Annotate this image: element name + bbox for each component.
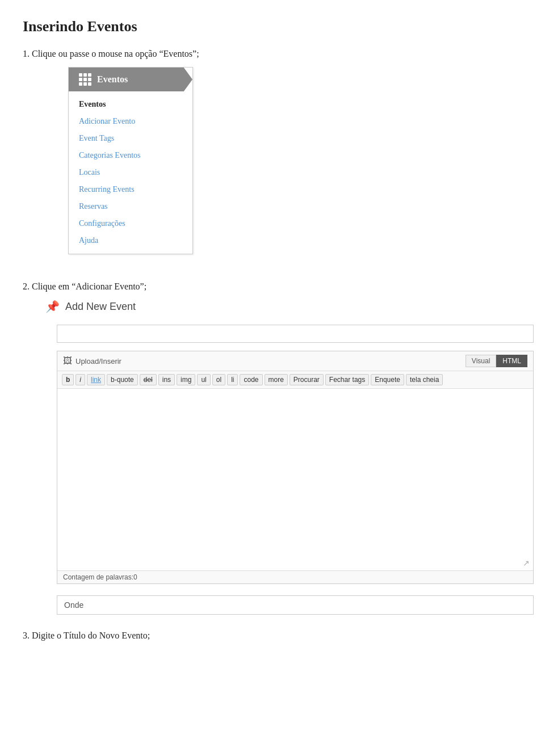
toolbar-fechar-tags[interactable]: Fechar tags [325,374,369,385]
menu-item-event-tags[interactable]: Event Tags [69,130,192,147]
toolbar-italic[interactable]: i [76,374,85,385]
menu-item-reservas[interactable]: Reservas [69,198,192,215]
menu-item-ajuda[interactable]: Ajuda [69,232,192,249]
grid-icon [79,73,91,86]
editor-toolbar-buttons: b i link b-quote del ins img ul ol li co… [57,371,533,389]
toolbar-bquote[interactable]: b-quote [107,374,138,385]
toolbar-bold[interactable]: b [62,374,74,385]
editor-footer: Contagem de palavras:0 [57,570,533,583]
toolbar-procurar[interactable]: Procurar [290,374,324,385]
menu-item-recurring-events[interactable]: Recurring Events [69,181,192,198]
add-event-label: Add New Event [65,301,136,313]
step-1-label: 1. Clique ou passe o mouse na opção “Eve… [23,49,522,59]
step-1: 1. Clique ou passe o mouse na opção “Eve… [23,49,522,266]
editor-container: 🖼 Upload/Inserir Visual HTML b i link b-… [57,351,534,584]
toolbar-ol[interactable]: ol [212,374,225,385]
toolbar-ul[interactable]: ul [197,374,210,385]
page-title: Inserindo Eventos [23,18,522,35]
toolbar-img[interactable]: img [177,374,195,385]
step-1-text: Clique ou passe o mouse na opção “Evento… [32,49,199,58]
toolbar-more[interactable]: more [265,374,288,385]
word-count: Contagem de palavras:0 [63,573,137,581]
step-2-label: 2. Clique em “Adicionar Evento”; [23,282,522,292]
menu-item-adicionar-evento[interactable]: Adicionar Evento [69,113,192,130]
tab-visual[interactable]: Visual [466,355,496,367]
resize-handle[interactable]: ↗ [523,558,530,568]
pin-icon: 📌 [45,300,60,313]
upload-inserir[interactable]: 🖼 Upload/Inserir [63,356,121,366]
step-3-label: 3. Digite o Título do Novo Evento; [23,631,522,641]
visual-html-tabs: Visual HTML [466,355,527,367]
menu-item-locais[interactable]: Locais [69,164,192,181]
menu-header[interactable]: Eventos [69,68,192,91]
event-title-input[interactable] [57,325,534,343]
step-3-text: Digite o Título do Novo Evento; [32,631,150,640]
menu-header-label: Eventos [97,74,128,85]
toolbar-tela-cheia[interactable]: tela cheia [406,374,443,385]
toolbar-del[interactable]: del [140,374,157,385]
menu-item-categorias-eventos[interactable]: Categorias Eventos [69,147,192,164]
onde-label: Onde [64,600,83,610]
upload-icon: 🖼 [63,356,72,366]
toolbar-ins[interactable]: ins [158,374,175,385]
toolbar-li[interactable]: li [227,374,238,385]
toolbar-link[interactable]: link [87,374,105,385]
tab-html[interactable]: HTML [496,355,527,367]
step-2: 2. Clique em “Adicionar Evento”; 📌 Add N… [23,282,522,615]
menu-item-configuracoes[interactable]: Configurações [69,215,192,232]
add-new-event-bar[interactable]: 📌 Add New Event [45,300,522,313]
step-2-text: Clique em “Adicionar Evento”; [32,282,146,291]
step-1-number: 1. [23,49,30,58]
menu-item-eventos[interactable]: Eventos [69,96,192,113]
step-3-number: 3. [23,631,30,640]
step-3: 3. Digite o Título do Novo Evento; [23,631,522,641]
onde-section: Onde [57,595,534,615]
editor-body[interactable]: ↗ [57,389,533,570]
toolbar-enquete[interactable]: Enquete [371,374,404,385]
menu-body: Eventos Adicionar Evento Event Tags Cate… [69,91,192,254]
upload-inserir-label: Upload/Inserir [76,357,121,366]
step-2-number: 2. [23,282,30,291]
editor-toolbar-top: 🖼 Upload/Inserir Visual HTML [57,351,533,371]
eventos-menu: Eventos Eventos Adicionar Evento Event T… [68,67,193,254]
toolbar-code[interactable]: code [240,374,262,385]
